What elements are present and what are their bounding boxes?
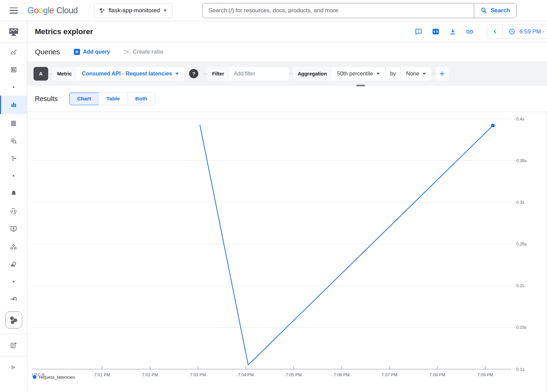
toggle-both[interactable]: Both [128, 93, 155, 105]
link-icon [466, 28, 474, 36]
global-search: Search [202, 3, 517, 18]
builder-connector [431, 73, 436, 74]
plus-icon [439, 70, 445, 77]
y-tick-label: 0.1s [516, 367, 524, 372]
x-tick-label: 7:01 PM [94, 373, 110, 377]
sidebar-expand-panel[interactable] [0, 359, 27, 376]
series-end-marker[interactable] [491, 124, 495, 127]
add-aggregation-button[interactable] [436, 67, 449, 81]
metric-dropdown[interactable]: Consumed API - Request latencies [77, 67, 184, 81]
download-icon [449, 28, 457, 36]
alerting-bell-icon [10, 190, 17, 197]
time-range-value: 6:59 PM - 7:09 PM [519, 28, 547, 35]
add-query-button[interactable]: Add query [74, 49, 110, 55]
results-section-header: Results Chart Table Both [27, 86, 547, 112]
queries-section-header: Queries Add query Create ratio [27, 42, 547, 61]
uptime-braces-icon [10, 208, 17, 215]
toggle-chart[interactable]: Chart [69, 93, 99, 105]
code-button[interactable] [431, 28, 440, 36]
side-nav [0, 21, 27, 392]
monitoring-product-logo[interactable] [0, 21, 27, 43]
y-tick-label: 0.2s [516, 283, 524, 288]
groups-icon [10, 243, 17, 250]
results-heading: Results [35, 95, 58, 103]
time-range-button[interactable]: 6:59 PM - 7:09 PM [503, 28, 547, 35]
aggregation-control: Aggregation 50th percentile by None [293, 67, 432, 81]
y-tick-label: 0.4s [516, 117, 524, 122]
feedback-button[interactable] [414, 28, 423, 36]
filter-control: Filter [207, 67, 289, 81]
group-by-dropdown[interactable]: None [401, 67, 431, 81]
aggregation-dropdown[interactable]: 50th percentile [332, 67, 385, 81]
metric-help-button[interactable]: ? [189, 69, 198, 78]
sidebar-item-alerting[interactable] [0, 184, 27, 202]
panel-edge [546, 112, 546, 392]
builder-connector [48, 73, 52, 74]
y-tick-label: 0.35s [516, 158, 527, 163]
google-cloud-logo[interactable]: Google Cloud [27, 5, 78, 15]
project-selector[interactable]: flask-app-monitored [94, 3, 172, 18]
resize-handle[interactable] [356, 85, 365, 86]
expand-panel-icon [11, 364, 17, 370]
merge-arrow-icon [123, 48, 130, 55]
add-query-label: Add query [83, 49, 110, 55]
chevron-down-icon [423, 73, 426, 75]
chevron-down-icon [175, 73, 179, 75]
logo-letter: e [49, 5, 54, 15]
sidebar-item-logs[interactable] [0, 132, 27, 150]
sidebar-item-metrics-explorer[interactable] [0, 96, 27, 114]
y-tick-label: 0.3s [516, 200, 524, 205]
results-view-toggle: Chart Table Both [69, 93, 155, 105]
filter-input[interactable] [229, 67, 289, 81]
sidebar-item-list[interactable] [0, 114, 27, 132]
logs-search-icon [10, 137, 17, 144]
search-input[interactable] [202, 3, 474, 18]
y-tick-label: 0.25s [516, 242, 527, 247]
x-tick-label: 7:03 PM [190, 373, 206, 377]
x-tick-label: 7:02 PM [142, 373, 158, 377]
x-tick-label: 7:06 PM [334, 373, 350, 377]
logo-letter: o [38, 5, 43, 15]
sidebar-divider [0, 334, 27, 334]
toggle-table[interactable]: Table [98, 93, 128, 105]
y-tick-label: 0.15s [516, 325, 527, 330]
vm-monitor-icon [10, 225, 17, 233]
sidebar-overflow-dot [0, 167, 27, 184]
legend-label: request_latencies [39, 375, 75, 380]
sidebar-item-app[interactable] [0, 308, 27, 332]
chevron-down-icon [376, 73, 380, 75]
search-button-label: Search [491, 7, 510, 14]
builder-connector [289, 73, 293, 74]
sidebar-item-integrations[interactable] [0, 290, 27, 308]
search-button[interactable]: Search [474, 3, 516, 18]
sidebar-item-services[interactable] [0, 255, 27, 273]
sidebar-item-groups[interactable] [0, 238, 27, 255]
logo-letter: G [27, 5, 34, 15]
app-box [5, 311, 22, 328]
download-button[interactable] [449, 28, 457, 36]
top-app-bar: Google Cloud flask-app-monitored Search [0, 0, 547, 21]
x-tick-label: 7:05 PM [286, 373, 302, 377]
feedback-icon [415, 28, 423, 36]
clock-icon [508, 28, 516, 35]
sidebar-item-trace[interactable] [0, 150, 27, 167]
filter-label: Filter [207, 67, 229, 81]
sidebar-item-release-notes[interactable] [0, 336, 27, 354]
create-ratio-label: Create ratio [133, 49, 163, 55]
logo-letter: g [43, 5, 48, 15]
query-letter-chip[interactable]: A [34, 67, 48, 81]
search-icon [480, 7, 488, 14]
plus-icon [74, 49, 80, 55]
create-ratio-button[interactable]: Create ratio [123, 48, 163, 55]
sidebar-item-uptime[interactable] [0, 202, 27, 220]
sidebar-overflow-dot [0, 273, 27, 290]
sidebar-item-vm-monitoring[interactable] [0, 220, 27, 238]
metrics-explorer-bars-icon [10, 101, 17, 108]
link-button[interactable] [466, 28, 474, 36]
sidebar-item-dashboards[interactable] [0, 61, 27, 79]
legend-swatch [33, 375, 37, 379]
time-range-back-button[interactable] [487, 25, 503, 39]
sidebar-item-overview[interactable] [0, 43, 27, 61]
menu-icon[interactable] [10, 8, 18, 14]
page-title: Metrics explorer [35, 27, 93, 36]
